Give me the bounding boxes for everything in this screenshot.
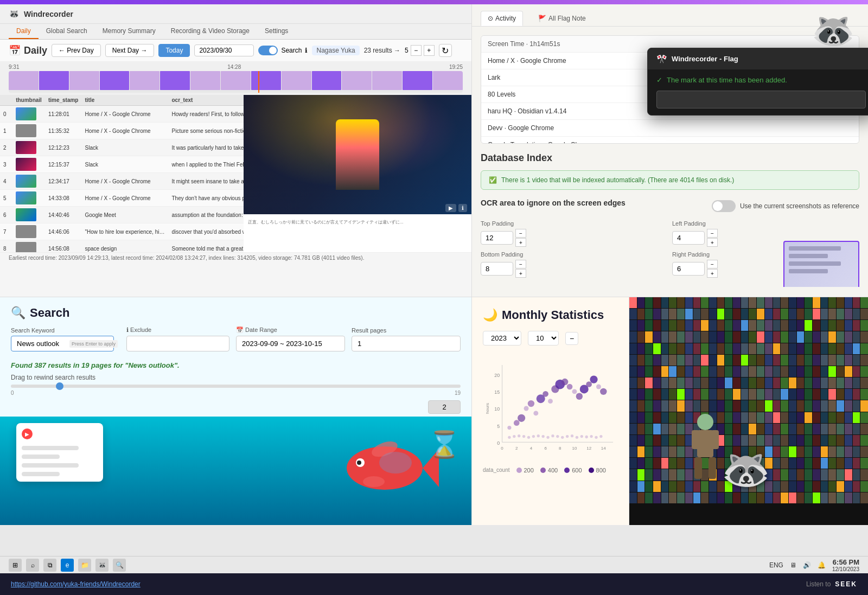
- screenshot-thumbnail[interactable]: [757, 366, 764, 377]
- screenshot-thumbnail[interactable]: [693, 343, 701, 354]
- screenshot-thumbnail[interactable]: [661, 320, 669, 331]
- screenshot-thumbnail[interactable]: [709, 355, 717, 366]
- screenshot-thumbnail[interactable]: [860, 400, 868, 411]
- screenshot-thumbnail[interactable]: [828, 492, 836, 503]
- screenshot-thumbnail[interactable]: [797, 492, 805, 503]
- screenshot-thumbnail[interactable]: [765, 355, 773, 366]
- screenshot-thumbnail[interactable]: [837, 366, 844, 377]
- screenshot-thumbnail[interactable]: [773, 435, 781, 446]
- screenshot-thumbnail[interactable]: [860, 320, 868, 331]
- screenshot-thumbnail[interactable]: [661, 331, 669, 342]
- screenshot-thumbnail[interactable]: [661, 378, 669, 388]
- year-select[interactable]: 2023: [483, 331, 521, 346]
- screenshot-thumbnail[interactable]: [781, 297, 788, 308]
- screenshot-thumbnail[interactable]: [709, 458, 717, 469]
- screenshot-thumbnail[interactable]: [741, 400, 749, 411]
- screenshot-thumbnail[interactable]: [725, 458, 732, 469]
- flag-note-input[interactable]: [656, 91, 866, 108]
- screenshot-thumbnail[interactable]: [717, 297, 725, 308]
- screenshot-thumbnail[interactable]: [629, 400, 637, 411]
- screenshot-thumbnail[interactable]: [717, 355, 725, 366]
- screenshot-thumbnail[interactable]: [828, 412, 836, 423]
- screenshot-thumbnail[interactable]: [765, 378, 773, 388]
- screenshot-thumbnail[interactable]: [821, 378, 828, 388]
- screenshot-thumbnail[interactable]: [717, 343, 725, 354]
- screenshot-thumbnail[interactable]: [669, 400, 676, 411]
- screenshot-thumbnail[interactable]: [661, 400, 669, 411]
- screenshot-thumbnail[interactable]: [733, 424, 741, 434]
- screenshot-thumbnail[interactable]: [629, 458, 637, 469]
- screenshot-thumbnail[interactable]: [805, 343, 812, 354]
- screenshot-thumbnail[interactable]: [701, 320, 709, 331]
- screenshot-thumbnail[interactable]: [853, 389, 860, 400]
- screenshot-thumbnail[interactable]: [661, 458, 669, 469]
- screenshot-thumbnail[interactable]: [629, 309, 637, 319]
- screenshot-thumbnail[interactable]: [765, 320, 773, 331]
- screenshot-thumbnail[interactable]: [773, 481, 781, 492]
- screenshot-thumbnail[interactable]: [828, 424, 836, 434]
- screenshot-thumbnail[interactable]: [637, 469, 645, 480]
- screenshot-thumbnail[interactable]: [789, 424, 796, 434]
- screenshot-thumbnail[interactable]: [741, 481, 749, 492]
- screenshot-thumbnail[interactable]: [813, 331, 820, 342]
- screenshot-thumbnail[interactable]: [749, 435, 756, 446]
- activity-item-4[interactable]: Devv · Google Chrome: [481, 120, 859, 137]
- screenshot-thumbnail[interactable]: [669, 492, 676, 503]
- screenshot-thumbnail[interactable]: [781, 481, 788, 492]
- top-plus-btn[interactable]: +: [515, 238, 526, 247]
- screenshot-thumbnail[interactable]: [837, 424, 844, 434]
- screenshot-thumbnail[interactable]: [741, 366, 749, 377]
- screenshot-thumbnail[interactable]: [773, 355, 781, 366]
- right-minus-btn[interactable]: −: [707, 260, 718, 268]
- screenshot-thumbnail[interactable]: [733, 446, 741, 457]
- screenshot-thumbnail[interactable]: [661, 366, 669, 377]
- prev-month-btn[interactable]: −: [565, 332, 578, 345]
- screenshot-thumbnail[interactable]: [853, 481, 860, 492]
- screenshot-thumbnail[interactable]: [749, 412, 756, 423]
- screenshot-thumbnail[interactable]: [789, 355, 796, 366]
- screenshot-thumbnail[interactable]: [845, 343, 852, 354]
- table-row[interactable]: 7 14:46:06 "How to hire low experience, …: [0, 223, 244, 240]
- screenshot-thumbnail[interactable]: [828, 343, 836, 354]
- screenshot-thumbnail[interactable]: [821, 297, 828, 308]
- screenshot-thumbnail[interactable]: [645, 458, 653, 469]
- screenshot-thumbnail[interactable]: [853, 446, 860, 457]
- screenshot-thumbnail[interactable]: [797, 400, 805, 411]
- screenshot-thumbnail[interactable]: [677, 343, 685, 354]
- screenshot-thumbnail[interactable]: [717, 378, 725, 388]
- screenshot-thumbnail[interactable]: [645, 309, 653, 319]
- screenshot-thumbnail[interactable]: [797, 366, 805, 377]
- screenshot-thumbnail[interactable]: [693, 435, 701, 446]
- screenshot-thumbnail[interactable]: [773, 297, 781, 308]
- screenshot-thumbnail[interactable]: [781, 331, 788, 342]
- screenshot-thumbnail[interactable]: [629, 492, 637, 503]
- screenshot-thumbnail[interactable]: [757, 309, 764, 319]
- screenshot-thumbnail[interactable]: [797, 297, 805, 308]
- screenshot-thumbnail[interactable]: [797, 435, 805, 446]
- screenshot-thumbnail[interactable]: [821, 446, 828, 457]
- screenshot-thumbnail[interactable]: [845, 297, 852, 308]
- screenshot-thumbnail[interactable]: [860, 412, 868, 423]
- screenshot-thumbnail[interactable]: [637, 424, 645, 434]
- screenshot-thumbnail[interactable]: [813, 355, 820, 366]
- screenshot-thumbnail[interactable]: [629, 412, 637, 423]
- screenshot-thumbnail[interactable]: [781, 355, 788, 366]
- screenshot-thumbnail[interactable]: [813, 492, 820, 503]
- screenshot-thumbnail[interactable]: [645, 331, 653, 342]
- screenshot-thumbnail[interactable]: [741, 446, 749, 457]
- screenshot-thumbnail[interactable]: [717, 331, 725, 342]
- screenshot-thumbnail[interactable]: [813, 458, 820, 469]
- screenshot-thumbnail[interactable]: [677, 320, 685, 331]
- screenshot-thumbnail[interactable]: [805, 446, 812, 457]
- screenshot-thumbnail[interactable]: [773, 366, 781, 377]
- tab-settings[interactable]: Settings: [257, 24, 296, 39]
- screenshot-thumbnail[interactable]: [637, 355, 645, 366]
- screenshot-thumbnail[interactable]: [733, 481, 741, 492]
- screenshot-thumbnail[interactable]: [653, 320, 661, 331]
- screenshot-thumbnail[interactable]: [637, 309, 645, 319]
- screenshot-thumbnail[interactable]: [701, 412, 709, 423]
- top-minus-btn[interactable]: −: [515, 229, 526, 238]
- screenshot-thumbnail[interactable]: [653, 435, 661, 446]
- screenshot-thumbnail[interactable]: [813, 481, 820, 492]
- screenshot-thumbnail[interactable]: [805, 378, 812, 388]
